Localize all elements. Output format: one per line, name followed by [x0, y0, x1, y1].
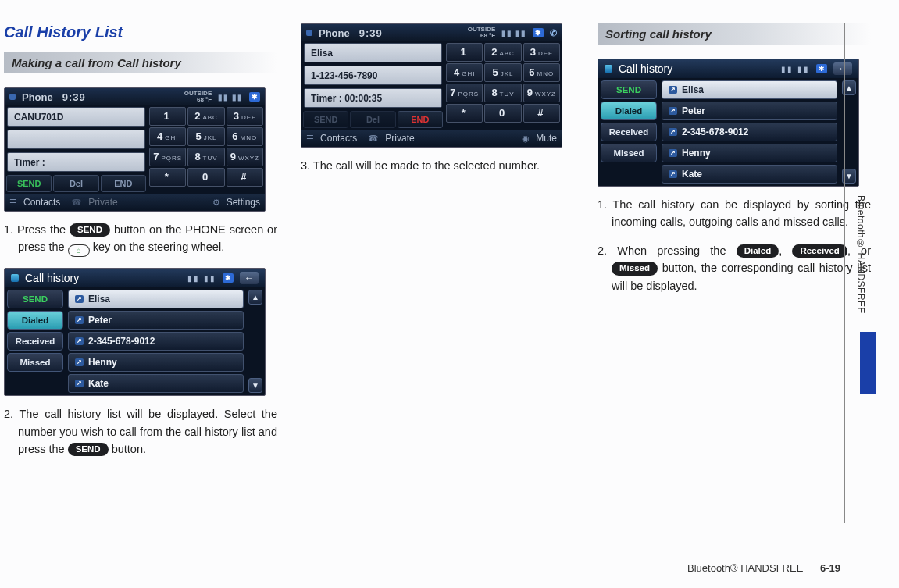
list-icon: ☰: [306, 134, 314, 144]
list-item[interactable]: ↗Kate: [662, 165, 837, 184]
dialed-icon: ↗: [75, 295, 84, 303]
phone1-app-label: Phone: [22, 91, 53, 103]
page-title: Call History List: [4, 23, 277, 41]
ch2-title: Call history: [619, 62, 672, 75]
phone2-number-row[interactable]: 1-123-456-7890: [304, 66, 442, 85]
footer-section: Bluetooth® HANDSFREE: [687, 562, 803, 574]
ch1-tab-dialed[interactable]: Dialed: [7, 311, 63, 330]
dialed-icon: ↗: [669, 107, 677, 115]
phone2-dialpad[interactable]: 1 2ABC 3DEF 4GHI 5JKL 6MNO 7PQRS 8TUV 9W…: [444, 41, 562, 124]
phone2-time: 9:39: [359, 27, 383, 39]
phone1-temp: OUTSIDE 68 °F: [184, 91, 212, 103]
phone1-del-button[interactable]: Del: [53, 175, 98, 192]
sort-step-1: 1. The call history can be displayed by …: [598, 196, 871, 231]
step-1-text: 1. Press the SEND button on the PHONE sc…: [4, 221, 277, 257]
phone2-input-row[interactable]: Elisa: [304, 43, 442, 62]
phone-icon: ☎: [71, 198, 82, 208]
list-item[interactable]: ↗Henny: [68, 353, 244, 372]
phone1-contacts-button[interactable]: ☰Contacts: [9, 197, 60, 208]
phone1-private-button[interactable]: ☎Private: [71, 197, 117, 208]
dialed-pill: Dialed: [737, 244, 779, 258]
bluetooth-icon: ✱: [249, 92, 260, 102]
dialed-icon: ↗: [669, 128, 677, 136]
list-item[interactable]: ↗Peter: [68, 311, 244, 330]
side-tab-marker: [860, 332, 876, 394]
gear-icon: ⚙: [212, 198, 220, 208]
phone2-mute-button[interactable]: ◉Mute: [522, 133, 557, 144]
step-3-text: 3. The call will be made to the selected…: [301, 157, 574, 174]
signal-icon: ▮▮ ▮▮: [781, 65, 810, 73]
list-item[interactable]: ↗Henny: [662, 144, 837, 162]
call-active-icon: ✆: [550, 28, 557, 38]
signal-icon: ▮▮ ▮▮: [501, 29, 526, 37]
send-pill: SEND: [68, 443, 109, 456]
figure-call-history-2: Call history ▮▮ ▮▮ ✱ ← SEND Dialed Recei…: [598, 59, 859, 187]
signal-icon: ▮▮ ▮▮: [187, 274, 216, 283]
ch2-tab-send[interactable]: SEND: [601, 80, 657, 99]
ch1-tab-send[interactable]: SEND: [7, 290, 63, 308]
list-item[interactable]: ↗Peter: [662, 102, 837, 120]
phone2-private-button[interactable]: ☎Private: [368, 133, 414, 144]
ch1-title: Call history: [25, 272, 79, 284]
side-tab-label: Bluetooth® HANDSFREE: [855, 195, 866, 314]
bluetooth-icon: ✱: [816, 64, 827, 73]
page-footer: Bluetooth® HANDSFREE 6-19: [687, 562, 840, 574]
list-item[interactable]: ↗Elisa: [68, 290, 244, 308]
missed-pill: Missed: [612, 262, 658, 275]
list-item[interactable]: ↗2-345-678-9012: [662, 123, 837, 141]
phone2-app-label: Phone: [319, 27, 350, 39]
section-heading-sorting: Sorting call history: [598, 23, 871, 45]
dialed-icon: ↗: [75, 380, 84, 387]
phone2-contacts-button[interactable]: ☰Contacts: [306, 133, 357, 144]
figure-phone-screen-2: Phone 9:39 OUTSIDE 68 °F ▮▮ ▮▮ ✱ ✆ Elisa…: [301, 23, 562, 148]
bluetooth-icon: ✱: [223, 273, 234, 283]
thumbtack-icon: [306, 30, 312, 36]
footer-page-number: 6-19: [820, 562, 840, 574]
side-tab: Bluetooth® HANDSFREE: [844, 23, 876, 523]
mute-icon: ◉: [522, 134, 530, 144]
phone2-temp: OUTSIDE 68 °F: [468, 27, 496, 39]
step-2-text: 2. The call history list will be display…: [4, 405, 277, 458]
scroll-up-button[interactable]: ▲: [248, 290, 262, 305]
figure-call-history-1: Call history ▮▮ ▮▮ ✱ ← SEND Dialed Recei…: [4, 268, 266, 396]
ch2-tab-missed[interactable]: Missed: [601, 144, 657, 162]
figure-phone-screen-1: Phone 9:39 OUTSIDE 68 °F ▮▮ ▮▮ ✱ CANU701…: [4, 87, 266, 212]
bluetooth-icon: ✱: [533, 28, 544, 37]
phone1-send-button[interactable]: SEND: [6, 175, 52, 192]
section-heading-making-call: Making a call from Call history: [4, 52, 277, 73]
phone1-settings-button[interactable]: ⚙Settings: [212, 197, 260, 208]
sort-step-2: 2. When pressing the Dialed, Received, o…: [598, 242, 871, 294]
dialed-icon: ↗: [669, 86, 677, 94]
list-item[interactable]: ↗2-345-678-9012: [68, 332, 244, 351]
phone1-time: 9:39: [62, 91, 86, 103]
thumbtack-icon: [11, 274, 19, 282]
back-button[interactable]: ←: [240, 272, 259, 284]
thumbtack-icon: [605, 65, 612, 73]
phone-icon: ☎: [368, 134, 379, 144]
signal-icon: ▮▮ ▮▮: [218, 93, 243, 102]
call-key-icon: ⌂: [68, 244, 90, 257]
ch1-tab-received[interactable]: Received: [7, 332, 63, 351]
list-item[interactable]: ↗Elisa: [662, 80, 837, 99]
scroll-down-button[interactable]: ▼: [248, 378, 262, 393]
phone1-input-row[interactable]: CANU701D: [7, 107, 145, 127]
dialed-icon: ↗: [669, 170, 677, 178]
ch2-tab-received[interactable]: Received: [601, 123, 657, 141]
phone1-dialpad[interactable]: 1 2ABC 3DEF 4GHI 5JKL 6MNO 7PQRS 8TUV 9W…: [148, 105, 265, 188]
list-item[interactable]: ↗Kate: [68, 374, 244, 393]
ch1-tab-missed[interactable]: Missed: [7, 353, 63, 372]
received-pill: Received: [792, 244, 847, 258]
dialed-icon: ↗: [75, 337, 84, 345]
phone2-end-button[interactable]: END: [398, 111, 443, 128]
ch2-tab-dialed[interactable]: Dialed: [601, 102, 657, 120]
phone1-header: Phone 9:39 OUTSIDE 68 °F ▮▮ ▮▮ ✱: [5, 88, 265, 105]
dialed-icon: ↗: [75, 358, 84, 366]
phone2-timer-row: Timer : 00:00:35: [304, 88, 442, 108]
thumbtack-icon: [9, 94, 16, 100]
list-icon: ☰: [9, 198, 17, 208]
dialed-icon: ↗: [669, 149, 677, 157]
phone1-number-row[interactable]: [7, 130, 145, 149]
phone1-end-button[interactable]: END: [101, 175, 146, 192]
phone2-send-button[interactable]: SEND: [303, 111, 348, 128]
phone2-del-button[interactable]: Del: [350, 111, 395, 128]
